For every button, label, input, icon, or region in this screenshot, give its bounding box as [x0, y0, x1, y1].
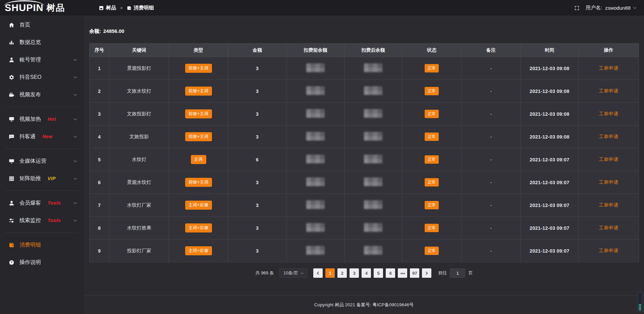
cell-index: 9 — [90, 240, 109, 262]
chevron-down-icon — [74, 176, 77, 180]
user-dropdown[interactable]: 用户名: zswodun88 — [586, 5, 636, 11]
breadcrumb-root[interactable]: 树品 — [106, 5, 116, 11]
svg-text:?: ? — [11, 261, 12, 264]
sidebar-item-account-management[interactable]: 账号管理 — [0, 51, 84, 68]
cell-amount: 6 — [228, 148, 286, 171]
cell-remark: - — [461, 57, 521, 80]
page-button-97[interactable]: 97 — [410, 268, 419, 278]
member-icon — [9, 200, 14, 206]
cell-status: 正常 — [402, 103, 461, 125]
cell-status: 正常 — [402, 194, 461, 217]
cell-action: 工单申请 — [578, 217, 639, 240]
ticket-request-link[interactable]: 工单申请 — [599, 88, 618, 94]
cell-type: 主词 — [169, 148, 228, 171]
corner-scrollbar[interactable] — [637, 292, 643, 312]
balance: 余额:24856.00 — [89, 28, 639, 35]
sidebar-divider — [5, 107, 78, 107]
goto-page: 前往 页 — [438, 268, 473, 278]
censored-balance-before — [306, 109, 325, 118]
sidebar-item-douketong[interactable]: 抖客通New — [0, 128, 84, 145]
sidebar-item-label: 账号管理 — [19, 56, 41, 63]
sidebar-item-data-overview[interactable]: 数据总览 — [0, 34, 84, 51]
sidebar-item-video-heating[interactable]: 视频加热Hot — [0, 110, 84, 128]
ticket-request-link[interactable]: 工单申请 — [599, 248, 618, 253]
ticket-request-link[interactable]: 工单申请 — [599, 225, 618, 230]
cell-amount: 3 — [228, 194, 286, 217]
cell-type: 前缀+主词 — [169, 57, 228, 80]
gear-icon — [9, 74, 14, 80]
fullscreen-icon[interactable] — [574, 5, 580, 11]
ticket-request-link[interactable]: 工单申请 — [599, 157, 618, 162]
table-row: 7水纹灯厂家主词+后缀3正常-2021-12-03 09:07工单申请 — [90, 194, 639, 217]
breadcrumb-separator: > — [120, 5, 123, 10]
page-button-6[interactable]: 6 — [386, 268, 395, 278]
censored-balance-after — [364, 223, 382, 232]
ticket-request-link[interactable]: 工单申请 — [599, 134, 618, 139]
sidebar-item-label: 矩阵助推 — [19, 175, 41, 182]
type-badge: 前缀+主词 — [185, 64, 212, 73]
footer: Copyright 树品 2021 备案号: 粤ICP备09019646号 — [84, 295, 644, 314]
home-icon — [9, 22, 14, 28]
page-button-3[interactable]: 3 — [350, 268, 359, 278]
ticket-request-link[interactable]: 工单申请 — [599, 65, 618, 71]
sidebar-item-instructions[interactable]: ?操作说明 — [0, 254, 84, 271]
breadcrumb-current: 消费明细 — [134, 5, 154, 11]
cell-type: 前缀+主词 — [169, 171, 228, 194]
censored-balance-before — [306, 177, 325, 186]
page-button-1[interactable]: 1 — [325, 268, 335, 278]
sidebar-item-lead-monitor[interactable]: 线索监控Tools — [0, 212, 84, 229]
chevron-down-icon — [74, 218, 77, 222]
ticket-request-link[interactable]: 工单申请 — [599, 111, 618, 116]
cell-status: 正常 — [402, 80, 461, 103]
type-badge: 前缀+主词 — [185, 87, 212, 96]
sidebar-item-badge: Tools — [48, 218, 61, 223]
page-size-select[interactable]: 10条/页 — [279, 268, 307, 278]
page-button-4[interactable]: 4 — [362, 268, 371, 278]
cell-remark: - — [461, 125, 521, 148]
sidebar-item-video-publish[interactable]: 视频发布 — [0, 86, 84, 103]
chevron-down-icon — [633, 6, 637, 9]
sidebar-item-label: 操作说明 — [19, 259, 41, 266]
cell-status: 正常 — [402, 125, 461, 148]
cell-remark: - — [461, 103, 521, 125]
main-content: 余额:24856.00 序号关键词类型金额扣费前余额扣费后余额状态备注时间操作 … — [84, 16, 644, 314]
next-page-button[interactable] — [422, 268, 431, 278]
cell-keyword: 水纹灯厂家 — [109, 194, 169, 217]
cell-keyword: 文旅投影灯 — [109, 103, 169, 125]
chevron-down-icon — [74, 75, 77, 78]
type-badge: 前缀+主词 — [185, 109, 212, 118]
sidebar-item-all-media-operation[interactable]: 全媒体运营 — [0, 152, 84, 170]
status-badge: 正常 — [425, 247, 439, 255]
censored-balance-before — [306, 132, 325, 141]
prev-page-button[interactable] — [313, 268, 323, 278]
sidebar-item-consumption-detail[interactable]: 消费明细 — [0, 236, 84, 254]
page-button-2[interactable]: 2 — [337, 268, 347, 278]
sidebar-item-member-burst[interactable]: 会员爆客Tools — [0, 194, 84, 212]
goto-page-input[interactable] — [450, 268, 465, 278]
column-header: 关键词 — [109, 44, 169, 57]
sidebar-item-douyin-seo[interactable]: 抖音SEO — [0, 68, 84, 86]
screen-icon — [9, 116, 14, 122]
page-button-5[interactable]: 5 — [374, 268, 383, 278]
cell-action: 工单申请 — [578, 57, 639, 80]
cell-balance-after — [344, 171, 402, 194]
cell-amount: 3 — [228, 80, 286, 103]
page-ellipsis-button[interactable]: ••• — [398, 268, 407, 278]
sidebar-item-matrix-boost[interactable]: 矩阵助推VIP — [0, 170, 84, 187]
wallet-icon — [127, 6, 131, 10]
censored-balance-before — [306, 63, 325, 72]
wallet-icon — [9, 242, 14, 248]
sidebar-item-home[interactable]: 首页 — [0, 16, 84, 34]
video-icon — [9, 92, 14, 98]
censored-balance-after — [364, 155, 382, 163]
monitor-icon — [9, 158, 14, 164]
cell-balance-before — [287, 240, 344, 262]
ticket-request-link[interactable]: 工单申请 — [599, 179, 618, 185]
column-header: 状态 — [402, 44, 461, 57]
cell-time: 2021-12-03 09:08 — [521, 80, 578, 103]
cell-amount: 3 — [228, 171, 286, 194]
ticket-request-link[interactable]: 工单申请 — [599, 202, 618, 208]
cell-balance-after — [344, 125, 402, 148]
cell-status: 正常 — [402, 148, 461, 171]
cell-keyword: 水纹灯效果 — [109, 217, 169, 240]
